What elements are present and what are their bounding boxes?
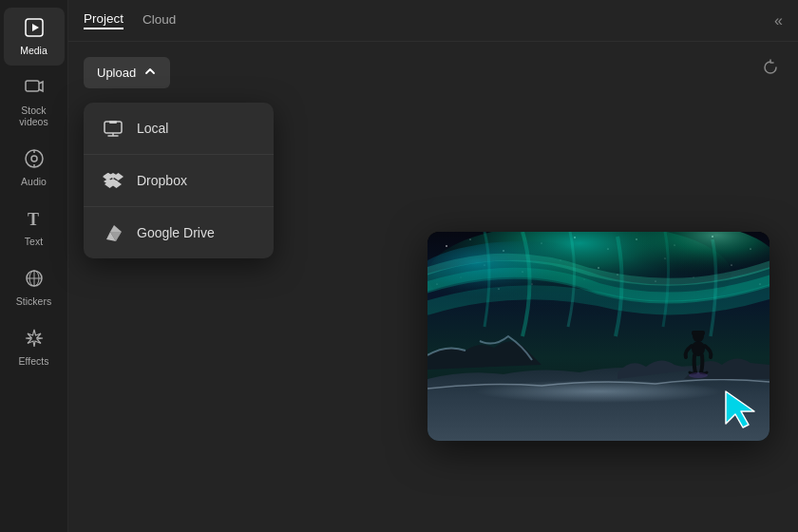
thumbnail-image: [428, 232, 770, 441]
upload-label: Upload: [97, 66, 136, 80]
dropdown-item-local[interactable]: Local: [84, 103, 274, 155]
sidebar-item-stickers[interactable]: Stickers: [4, 258, 65, 316]
dropbox-icon: [103, 170, 124, 191]
svg-text:T: T: [28, 210, 39, 229]
media-icon: [24, 17, 45, 41]
dropdown-item-googledrive[interactable]: Google Drive: [84, 207, 274, 258]
dropdown-item-dropbox[interactable]: Dropbox: [84, 155, 274, 207]
sidebar-media-label: Media: [20, 45, 48, 56]
upload-dropdown: Local: [84, 103, 274, 258]
sidebar-audio-label: Audio: [21, 176, 47, 187]
local-icon: [103, 118, 124, 139]
sidebar-text-label: Text: [25, 236, 43, 247]
stock-videos-icon: [24, 77, 45, 101]
audio-icon: [24, 148, 45, 172]
sidebar-stockvideos-label: Stock videos: [8, 104, 61, 127]
sidebar-item-effects[interactable]: Effects: [4, 318, 65, 376]
sidebar-item-audio[interactable]: Audio: [4, 139, 65, 197]
content-area: Upload: [68, 42, 798, 532]
dropdown-dropbox-label: Dropbox: [137, 173, 187, 188]
text-icon: T: [24, 208, 45, 232]
svg-marker-1: [32, 24, 39, 31]
upload-chevron: [143, 65, 157, 81]
upload-button[interactable]: Upload: [84, 57, 170, 88]
svg-point-49: [475, 380, 722, 403]
aurora-scene: [428, 232, 770, 441]
dropdown-gdrive-label: Google Drive: [137, 225, 215, 240]
main-panel: Project Cloud « Upload: [68, 0, 798, 532]
dropdown-local-label: Local: [137, 121, 168, 136]
sidebar-item-media[interactable]: Media: [4, 8, 65, 66]
header-tabs: Project Cloud «: [68, 0, 798, 42]
sidebar-effects-label: Effects: [19, 355, 49, 367]
preview-thumbnail: [428, 232, 770, 441]
sidebar: Media Stock videos Audio T Text: [0, 0, 68, 532]
tab-project[interactable]: Project: [84, 11, 124, 29]
effects-icon: [24, 328, 45, 352]
cursor-arrow: [722, 390, 760, 431]
svg-point-53: [689, 372, 708, 378]
sidebar-item-stock-videos[interactable]: Stock videos: [4, 67, 65, 137]
sidebar-stickers-label: Stickers: [16, 295, 51, 307]
svg-rect-52: [692, 331, 705, 335]
googledrive-icon: [103, 222, 124, 243]
sidebar-item-text[interactable]: T Text: [4, 199, 65, 256]
svg-point-21: [446, 245, 447, 247]
svg-rect-2: [26, 81, 39, 91]
svg-rect-13: [109, 121, 117, 124]
collapse-button[interactable]: «: [774, 12, 783, 29]
svg-point-4: [31, 156, 37, 162]
stickers-icon: [24, 268, 45, 292]
tab-cloud[interactable]: Cloud: [142, 12, 176, 28]
refresh-button[interactable]: [762, 59, 779, 80]
